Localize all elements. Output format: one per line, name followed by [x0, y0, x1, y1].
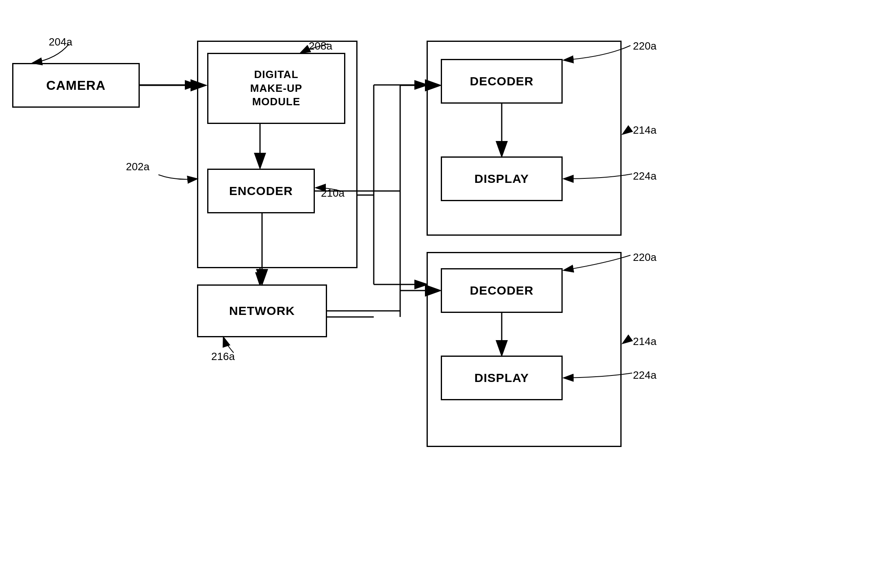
- decoder-bottom-box: DECODER: [441, 268, 563, 313]
- label-210a: 210a: [321, 187, 344, 200]
- display-top-box: DISPLAY: [441, 156, 563, 201]
- label-204a: 204a: [49, 36, 72, 48]
- label-214a-top: 214a: [633, 124, 656, 137]
- camera-box: CAMERA: [12, 63, 140, 108]
- label-208a: 208a: [309, 40, 332, 52]
- encoder-box: ENCODER: [207, 169, 315, 213]
- label-214a-bottom: 214a: [633, 335, 656, 348]
- label-224a-top: 224a: [633, 170, 656, 182]
- network-box: NETWORK: [197, 284, 327, 337]
- label-202a: 202a: [126, 161, 150, 173]
- diagram: CAMERA 204a 202a DIGITALMAKE-UPMODULE 20…: [0, 0, 871, 588]
- label-220a-top: 220a: [633, 40, 656, 52]
- decoder-top-box: DECODER: [441, 59, 563, 104]
- label-220a-bottom: 220a: [633, 251, 656, 264]
- label-216a: 216a: [211, 350, 235, 363]
- display-bottom-box: DISPLAY: [441, 356, 563, 400]
- digital-makeup-box: DIGITALMAKE-UPMODULE: [207, 53, 345, 124]
- label-224a-bottom: 224a: [633, 369, 656, 382]
